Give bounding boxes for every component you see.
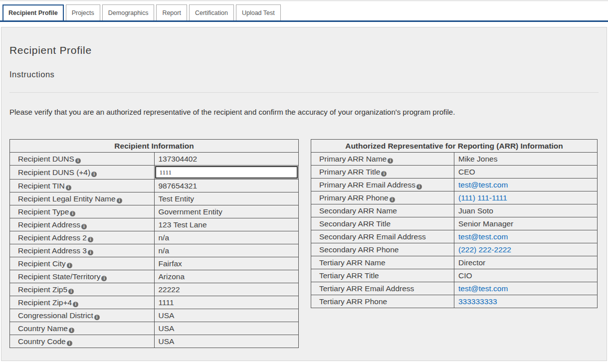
row-label-text: Tertiary ARR Title xyxy=(319,271,379,280)
info-icon[interactable]: i xyxy=(68,289,74,294)
row-label-text: Secondary ARR Email Address xyxy=(319,232,426,241)
info-icon[interactable]: i xyxy=(388,158,393,164)
table-row: Recipient Legal Entity NameiTest Entity xyxy=(10,192,299,205)
row-label: Recipient Typei xyxy=(10,205,155,218)
row-label-text: Secondary ARR Title xyxy=(319,219,391,228)
table-row: Congressional DistrictiUSA xyxy=(10,309,299,322)
table-row: Secondary ARR Email Addresstest@test.com xyxy=(311,230,598,243)
info-icon[interactable]: i xyxy=(101,276,107,281)
info-icon[interactable]: i xyxy=(69,328,74,333)
primary-arr-email-address-link[interactable]: test@test.com xyxy=(458,181,508,189)
row-label-text: Congressional District xyxy=(18,311,93,320)
info-icon[interactable]: i xyxy=(75,158,81,164)
info-icon[interactable]: i xyxy=(94,315,100,320)
info-icon[interactable]: i xyxy=(67,263,72,268)
tab-bar: Recipient ProfileProjectsDemographicsRep… xyxy=(0,1,608,22)
row-label-text: Tertiary ARR Email Address xyxy=(319,284,414,293)
row-value: Test Entity xyxy=(159,194,195,203)
row-value: 987654321 xyxy=(159,182,198,190)
row-value-cell xyxy=(154,166,299,180)
recipient-duns-4-input[interactable] xyxy=(155,166,298,179)
row-label-text: Recipient Type xyxy=(18,207,69,216)
tab-demographics[interactable]: Demographics xyxy=(102,4,155,20)
row-label: Tertiary ARR Name xyxy=(311,256,454,269)
secondary-arr-email-address-link[interactable]: test@test.com xyxy=(458,232,508,241)
row-value-cell: 1111 xyxy=(154,296,299,309)
tertiary-arr-email-address-link[interactable]: test@test.com xyxy=(458,284,508,293)
arr-information-table: Authorized Representative for Reporting … xyxy=(311,139,598,308)
row-label-text: Country Code xyxy=(18,337,66,346)
info-icon[interactable]: i xyxy=(91,172,97,177)
table-row: Primary ARR TitleiCEO xyxy=(311,166,598,179)
info-icon[interactable]: i xyxy=(416,184,422,189)
info-icon[interactable]: i xyxy=(81,224,87,229)
info-icon[interactable]: i xyxy=(73,302,78,307)
row-label-text: Tertiary ARR Name xyxy=(319,258,386,267)
row-label: Recipient Address 2i xyxy=(10,231,155,244)
secondary-arr-phone-link[interactable]: (222) 222-2222 xyxy=(458,245,511,254)
tab-projects[interactable]: Projects xyxy=(66,4,100,20)
row-value: Juan Soto xyxy=(458,206,493,215)
row-label-text: Recipient Address 2 xyxy=(18,233,87,242)
row-label-text: Secondary ARR Name xyxy=(319,206,397,215)
row-label: Secondary ARR Email Address xyxy=(311,230,454,243)
row-label-text: Recipient Address 3 xyxy=(18,246,87,255)
row-label: Tertiary ARR Title xyxy=(311,269,454,282)
row-label-text: Recipient State/Territory xyxy=(18,272,100,281)
tab-report[interactable]: Report xyxy=(156,4,187,20)
row-label: Secondary ARR Title xyxy=(311,217,454,230)
info-icon[interactable]: i xyxy=(117,198,122,203)
row-label: Recipient Address 3i xyxy=(10,244,155,257)
info-icon[interactable]: i xyxy=(381,171,387,177)
row-label: Tertiary ARR Email Address xyxy=(311,282,454,295)
table-row: Recipient Address 2in/a xyxy=(10,231,299,244)
primary-arr-phone-link[interactable]: (111) 111-1111 xyxy=(458,193,507,202)
row-value: CEO xyxy=(458,168,475,176)
row-label-text: Primary ARR Title xyxy=(319,168,380,176)
row-label: Recipient State/Territoryi xyxy=(10,270,155,283)
info-icon[interactable]: i xyxy=(66,185,71,190)
row-value-cell: USA xyxy=(154,322,299,335)
row-value: USA xyxy=(159,311,175,320)
table-row: Recipient Addressi123 Test Lane xyxy=(10,218,299,231)
row-value-cell: Juan Soto xyxy=(454,204,598,217)
info-icon[interactable]: i xyxy=(67,341,72,346)
row-label-text: Primary ARR Email Address xyxy=(319,181,415,189)
row-value: 123 Test Lane xyxy=(159,220,207,229)
row-label: Recipient TINi xyxy=(10,180,155,192)
info-icon[interactable]: i xyxy=(70,211,75,216)
row-value-cell: Test Entity xyxy=(154,192,299,205)
tab-recipient-profile[interactable]: Recipient Profile xyxy=(2,4,64,20)
tab-upload-test[interactable]: Upload Test xyxy=(236,4,281,20)
section-divider xyxy=(9,92,599,93)
info-icon[interactable]: i xyxy=(390,197,395,202)
row-value: Government Entity xyxy=(159,207,222,216)
row-value: Director xyxy=(458,258,485,267)
row-label-text: Recipient Legal Entity Name xyxy=(18,194,116,203)
row-label-text: Secondary ARR Phone xyxy=(319,245,399,254)
table-row: Secondary ARR NameJuan Soto xyxy=(311,204,598,217)
tables-container: Recipient Information Recipient DUNSi137… xyxy=(9,139,599,348)
row-label-text: Recipient Zip+4 xyxy=(18,298,72,307)
content-panel: Recipient Profile Instructions Please ve… xyxy=(1,27,607,361)
tertiary-arr-phone-link[interactable]: 333333333 xyxy=(458,297,497,306)
info-icon[interactable]: i xyxy=(88,250,93,255)
info-icon[interactable]: i xyxy=(88,237,93,242)
row-value: Senior Manager xyxy=(458,219,513,228)
row-value-cell: n/a xyxy=(154,244,299,257)
table-row: Tertiary ARR TitleCIO xyxy=(311,269,598,282)
table-row: Recipient TypeiGovernment Entity xyxy=(10,205,299,218)
row-value-cell: n/a xyxy=(154,231,299,244)
row-label-text: Primary ARR Phone xyxy=(319,193,389,202)
row-label-text: Recipient City xyxy=(18,259,66,268)
row-label-text: Recipient DUNS (+4) xyxy=(18,168,90,177)
row-value: CIO xyxy=(458,271,472,280)
row-value: Arizona xyxy=(159,272,185,281)
tab-certification[interactable]: Certification xyxy=(189,4,234,20)
row-label: Primary ARR Titlei xyxy=(311,166,454,179)
row-value-cell: 987654321 xyxy=(154,180,299,192)
row-value-cell: 333333333 xyxy=(454,295,598,308)
table-row: Recipient DUNSi137304402 xyxy=(10,153,299,166)
row-value: n/a xyxy=(159,233,170,242)
row-label: Recipient Cityi xyxy=(10,257,155,270)
